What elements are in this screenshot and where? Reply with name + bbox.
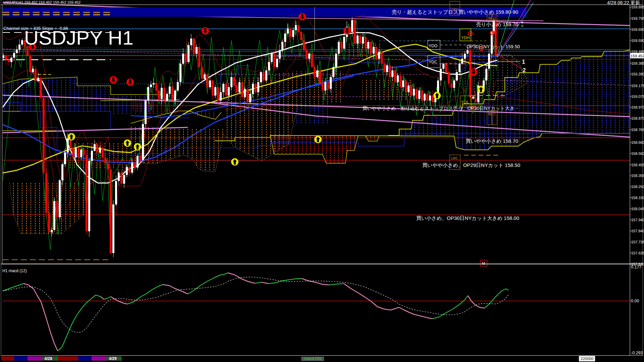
- svg-text:1: 1: [522, 59, 525, 65]
- svg-text:W: W: [488, 16, 492, 20]
- svg-text:157.840: 157.840: [631, 229, 644, 233]
- svg-text:158.045: 158.045: [631, 207, 644, 211]
- svg-text:158.560: 158.560: [631, 152, 644, 156]
- svg-text:OP30日NYカット 159.50: OP30日NYカット 159.50: [467, 44, 520, 49]
- svg-text:159.385: 159.385: [631, 61, 644, 65]
- svg-text:157.735: 157.735: [631, 240, 644, 244]
- svg-text:売り・超えるとストップロス買いやや小さめ 159.80-90: 売り・超えるとストップロス買いやや小さめ 159.80-90: [392, 9, 518, 15]
- svg-text:158.150: 158.150: [631, 196, 644, 200]
- svg-text:220000: 220000: [581, 357, 593, 361]
- svg-text:買いやや小さめ 割り込むとストップロス売り、OP30日NYカ: 買いやや小さめ 割り込むとストップロス売り、OP30日NYカット大き・: [363, 106, 519, 111]
- svg-text:159.175: 159.175: [631, 84, 644, 88]
- svg-text:D: D: [493, 16, 496, 20]
- svg-text:買いやや小さめ、OP29日NYカット 158.50: 買いやや小さめ、OP29日NYカット 158.50: [422, 162, 520, 168]
- svg-text:4/28: 4/28: [44, 356, 52, 361]
- svg-text:158.870: 158.870: [631, 116, 644, 120]
- svg-text:YDC: YDC: [429, 60, 437, 64]
- svg-text:2: 2: [523, 67, 526, 73]
- svg-text:売り小さめ 159.70: 売り小さめ 159.70: [476, 21, 518, 27]
- svg-text:158.970: 158.970: [631, 105, 644, 109]
- svg-text:159.280: 159.280: [631, 72, 644, 76]
- svg-text:LWL: LWL: [451, 156, 458, 160]
- svg-text:0.177: 0.177: [631, 265, 641, 269]
- svg-text:158.355: 158.355: [631, 174, 644, 178]
- svg-text:159.452: 159.452: [631, 54, 644, 58]
- svg-text:W: W: [488, 112, 492, 116]
- svg-text:157.635: 157.635: [631, 251, 644, 255]
- svg-text:YDO: YDO: [429, 44, 437, 48]
- svg-text:159.895: 159.895: [631, 5, 644, 9]
- svg-text:買いやや小さめ 158.70: 買いやや小さめ 158.70: [466, 138, 518, 144]
- svg-text:158.765: 158.765: [631, 128, 644, 132]
- svg-text:S: S: [521, 24, 523, 27]
- svg-text:159.795: 159.795: [631, 16, 644, 20]
- svg-text:159.590: 159.590: [631, 39, 644, 43]
- svg-text:USDJPY,H1 159.452 159.452 159: USDJPY,H1 159.452 159.452 159.452 159.45…: [3, 0, 80, 4]
- svg-text:159.690: 159.690: [631, 27, 644, 32]
- svg-text:4/29: 4/29: [109, 356, 117, 361]
- svg-text:H1 macd (12): H1 macd (12): [2, 268, 27, 273]
- svg-text:158.455: 158.455: [631, 163, 644, 167]
- svg-text:macd ON: macd ON: [304, 356, 321, 361]
- svg-text:YDH: YDH: [461, 36, 470, 40]
- svg-text:YDL: YDL: [461, 100, 469, 105]
- svg-text:D: D: [493, 112, 496, 116]
- svg-text:買い小さめ、OP30日NYカット大きめ 158.00: 買い小さめ、OP30日NYカット大きめ 158.00: [416, 215, 519, 221]
- svg-text:159.075: 159.075: [631, 95, 644, 99]
- svg-text:157.940: 157.940: [631, 218, 644, 222]
- svg-text:B: B: [521, 21, 523, 24]
- svg-text:158.660: 158.660: [631, 140, 644, 144]
- svg-text:-0.293: -0.293: [631, 351, 643, 355]
- svg-text:158.250: 158.250: [631, 185, 644, 189]
- svg-text:USDJPY H1: USDJPY H1: [24, 27, 133, 49]
- svg-text:0.00: 0.00: [631, 299, 639, 303]
